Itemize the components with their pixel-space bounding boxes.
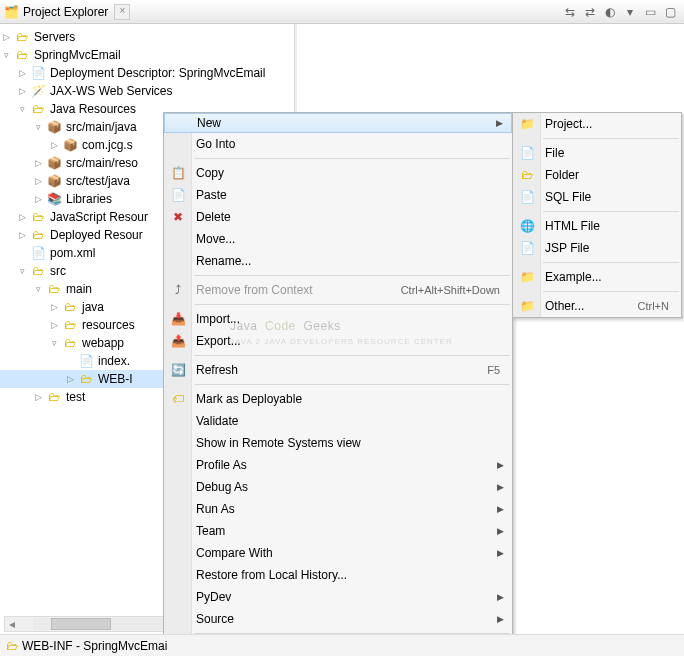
menu-item[interactable]: Restore from Local History...	[164, 564, 512, 586]
menu-item-label: SQL File	[545, 190, 591, 204]
menu-item-icon: 📄	[170, 187, 186, 203]
menu-item[interactable]: ✖Delete	[164, 206, 512, 228]
folder-tree-icon: 🗂️	[4, 5, 19, 19]
menu-item[interactable]: 🗁Folder	[513, 164, 681, 186]
menu-item[interactable]: Go Into	[164, 133, 512, 155]
twisty-icon[interactable]	[16, 247, 28, 259]
menu-item-label: Refresh	[196, 363, 238, 377]
node-label: Deployment Descriptor: SpringMvcEmail	[48, 66, 265, 80]
node-icon: 📚	[46, 191, 62, 207]
context-menu: New▶Go Into📋Copy📄Paste✖DeleteMove...Rena…	[163, 112, 513, 656]
twisty-icon[interactable]: ▷	[16, 229, 28, 241]
menu-item[interactable]: Source▶	[164, 608, 512, 630]
twisty-icon[interactable]: ▷	[32, 157, 44, 169]
menu-separator	[543, 138, 679, 139]
twisty-icon[interactable]: ▷	[16, 67, 28, 79]
twisty-icon[interactable]: ▷	[0, 31, 12, 43]
node-label: src/main/reso	[64, 156, 138, 170]
twisty-icon[interactable]: ▷	[32, 175, 44, 187]
menu-item[interactable]: 📄Paste	[164, 184, 512, 206]
twisty-icon[interactable]: ▿	[0, 49, 12, 61]
menu-item[interactable]: Team▶	[164, 520, 512, 542]
node-label: webapp	[80, 336, 124, 350]
node-label: Servers	[32, 30, 75, 44]
twisty-icon[interactable]: ▷	[32, 391, 44, 403]
focus-button[interactable]: ◐	[601, 3, 619, 21]
twisty-icon[interactable]: ▿	[16, 103, 28, 115]
node-label: SpringMvcEmail	[32, 48, 121, 62]
menu-item[interactable]: 🔄RefreshF5	[164, 359, 512, 381]
twisty-icon[interactable]: ▷	[16, 211, 28, 223]
tree-item[interactable]: ▿🗁SpringMvcEmail	[0, 46, 294, 64]
menu-item[interactable]: 📄JSP File	[513, 237, 681, 259]
twisty-icon[interactable]	[64, 355, 76, 367]
menu-item-label: JSP File	[545, 241, 589, 255]
menu-item-label: Go Into	[196, 137, 235, 151]
node-icon: 🗁	[62, 317, 78, 333]
link-editor-button[interactable]: ⇄	[581, 3, 599, 21]
twisty-icon[interactable]: ▿	[48, 337, 60, 349]
menu-item[interactable]: New▶	[164, 113, 512, 133]
menu-item-label: Remove from Context	[196, 283, 313, 297]
menu-item[interactable]: 📋Copy	[164, 162, 512, 184]
menu-item[interactable]: 📥Import...	[164, 308, 512, 330]
twisty-icon[interactable]: ▷	[48, 319, 60, 331]
tree-item[interactable]: ▷🪄JAX-WS Web Services	[0, 82, 294, 100]
submenu-arrow-icon: ▶	[497, 526, 504, 536]
menu-item[interactable]: Compare With▶	[164, 542, 512, 564]
menu-item-label: Compare With	[196, 546, 273, 560]
node-label: Java Resources	[48, 102, 136, 116]
maximize-button[interactable]: ▢	[661, 3, 679, 21]
menu-item[interactable]: Validate	[164, 410, 512, 432]
menu-item[interactable]: Profile As▶	[164, 454, 512, 476]
node-icon: 🗁	[30, 101, 46, 117]
menu-item-label: PyDev	[196, 590, 231, 604]
twisty-icon[interactable]: ▷	[16, 85, 28, 97]
menu-item-icon: ⤴	[170, 282, 186, 298]
menu-item[interactable]: 📤Export...	[164, 330, 512, 352]
twisty-icon[interactable]: ▷	[64, 373, 76, 385]
menu-shortcut: Ctrl+N	[638, 300, 669, 312]
node-label: src/main/java	[64, 120, 137, 134]
minimize-button[interactable]: ▭	[641, 3, 659, 21]
close-view-icon[interactable]: ×	[114, 4, 130, 20]
twisty-icon[interactable]: ▿	[32, 121, 44, 133]
menu-item-label: Other...	[545, 299, 584, 313]
menu-item[interactable]: Run As▶	[164, 498, 512, 520]
menu-item[interactable]: 📄SQL File	[513, 186, 681, 208]
node-icon: 🗁	[62, 299, 78, 315]
menu-item[interactable]: Rename...	[164, 250, 512, 272]
menu-item[interactable]: Debug As▶	[164, 476, 512, 498]
menu-item[interactable]: Show in Remote Systems view	[164, 432, 512, 454]
menu-item[interactable]: 📁Example...	[513, 266, 681, 288]
twisty-icon[interactable]: ▷	[48, 301, 60, 313]
node-label: JavaScript Resour	[48, 210, 148, 224]
menu-item-icon: 📄	[519, 189, 535, 205]
menu-item[interactable]: 🌐HTML File	[513, 215, 681, 237]
menu-item[interactable]: Move...	[164, 228, 512, 250]
tree-item[interactable]: ▷📄Deployment Descriptor: SpringMvcEmail	[0, 64, 294, 82]
twisty-icon[interactable]: ▿	[16, 265, 28, 277]
submenu-arrow-icon: ▶	[497, 592, 504, 602]
status-folder-icon: 🗁	[6, 639, 18, 653]
menu-item[interactable]: 📁Other...Ctrl+N	[513, 295, 681, 317]
menu-item-label: New	[197, 116, 221, 130]
menu-item-label: Show in Remote Systems view	[196, 436, 361, 450]
menu-item[interactable]: 📁Project...	[513, 113, 681, 135]
status-text: WEB-INF - SpringMvcEmai	[18, 639, 167, 653]
menu-item-label: Mark as Deployable	[196, 392, 302, 406]
menu-item-icon: 📥	[170, 311, 186, 327]
twisty-icon[interactable]: ▷	[48, 139, 60, 151]
menu-item[interactable]: 🏷Mark as Deployable	[164, 388, 512, 410]
tree-item[interactable]: ▷🗁Servers	[0, 28, 294, 46]
view-menu-button[interactable]: ▾	[621, 3, 639, 21]
menu-item-label: Paste	[196, 188, 227, 202]
twisty-icon[interactable]: ▿	[32, 283, 44, 295]
scroll-left-button[interactable]: ◂	[5, 617, 19, 631]
collapse-all-button[interactable]: ⇆	[561, 3, 579, 21]
scroll-thumb[interactable]	[51, 618, 111, 630]
menu-item[interactable]: 📄File	[513, 142, 681, 164]
menu-item[interactable]: PyDev▶	[164, 586, 512, 608]
twisty-icon[interactable]: ▷	[32, 193, 44, 205]
node-label: resources	[80, 318, 135, 332]
